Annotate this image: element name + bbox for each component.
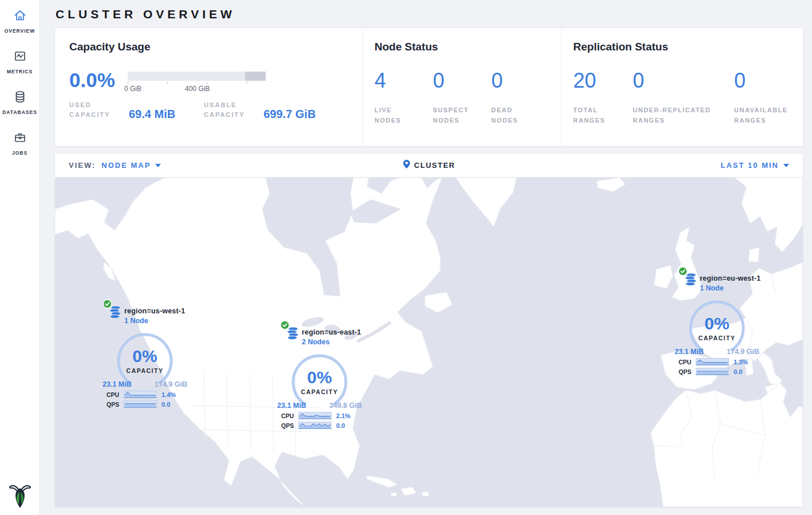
chevron-down-icon	[155, 164, 161, 167]
under-replicated-ranges-stat: 0 UNDER-REPLICATED RANGES	[633, 70, 734, 125]
capacity-total: 349.8 GiB	[329, 402, 362, 410]
sidebar-item-overview[interactable]: OVERVIEW	[0, 0, 40, 41]
unavailable-ranges-stat: 0 UNAVAILABLE RANGES	[734, 70, 791, 125]
breadcrumb[interactable]: CLUSTER	[403, 159, 455, 171]
sidebar-label-databases: DATABASES	[2, 109, 37, 115]
view-bar: VIEW: NODE MAP CLUSTER	[55, 154, 803, 178]
node-count: 1 Node	[700, 284, 760, 292]
region-label: region=eu-west-1	[700, 274, 760, 282]
database-icon	[13, 90, 27, 106]
live-nodes-value: 4	[375, 70, 433, 91]
capacity-tick-label-0: 0 GiB	[124, 85, 141, 93]
unavailable-ranges-label: UNAVAILABLE RANGES	[734, 105, 791, 125]
total-ranges-stat: 20 TOTAL RANGES	[573, 70, 633, 125]
page-title: CLUSTER OVERVIEW	[56, 7, 803, 21]
total-ranges-label: TOTAL RANGES	[573, 105, 613, 125]
dead-nodes-label: DEAD NODES	[491, 105, 536, 125]
node-status-title: Node Status	[375, 41, 550, 53]
metrics-icon	[13, 49, 27, 65]
capacity-bar: 0 GiB 400 GiB	[128, 72, 266, 92]
dead-nodes-value: 0	[491, 70, 550, 91]
capacity-usage-section: Capacity Usage 0.0%	[55, 28, 362, 146]
qps-label: QPS	[107, 401, 124, 408]
used-capacity-value: 69.4 MiB	[129, 108, 175, 120]
node-status-section: Node Status 4 LIVE NODES 0 SUSPECT NODES…	[362, 28, 561, 146]
chevron-down-icon	[783, 164, 789, 167]
capacity-label: CAPACITY	[288, 388, 351, 395]
replication-status-section: Replication Status 20 TOTAL RANGES 0 UND…	[561, 28, 803, 146]
node-live-check-icon	[280, 320, 290, 332]
capacity-tick-label-400: 400 GiB	[185, 85, 210, 93]
sidebar-label-metrics: METRICS	[7, 69, 33, 74]
briefcase-icon	[13, 131, 27, 147]
region-label: region=us-west-1	[124, 307, 185, 315]
cockroachdb-bug-logo	[0, 483, 40, 509]
region-label: region=us-east-1	[302, 328, 361, 336]
location-pin-icon	[403, 159, 411, 171]
qps-value: 0.0	[734, 368, 742, 375]
home-icon	[13, 9, 27, 25]
under-replicated-ranges-value: 0	[633, 70, 734, 91]
locality-card-eu-west-1[interactable]: region=eu-west-1 1 Node 0% CAPACITY 23.1…	[674, 268, 760, 375]
capacity-percent: 0%	[288, 368, 351, 387]
main-content: CLUSTER OVERVIEW Capacity Usage 0.0%	[40, 0, 812, 515]
dead-nodes-stat: 0 DEAD NODES	[491, 70, 550, 125]
breadcrumb-cluster: CLUSTER	[414, 161, 455, 170]
capacity-used-percent: 0.0%	[69, 70, 128, 90]
view-selector-dropdown[interactable]: NODE MAP	[101, 161, 161, 170]
capacity-label: CAPACITY	[113, 367, 176, 374]
node-map-canvas[interactable]: region=us-west-1 1 Node 0% CAPACITY 23.1…	[55, 178, 803, 507]
sidebar-item-jobs[interactable]: JOBS	[0, 122, 40, 163]
time-range-dropdown[interactable]: LAST 10 MIN	[721, 161, 789, 170]
qps-sparkline	[696, 368, 729, 375]
suspect-nodes-stat: 0 SUSPECT NODES	[433, 70, 491, 125]
locality-card-us-east-1[interactable]: region=us-east-1 2 Nodes 0% CAPACITY 23.…	[277, 322, 362, 429]
capacity-total: 174.9 GiB	[155, 380, 187, 388]
used-capacity-label: USED CAPACITY	[69, 100, 122, 120]
sidebar-label-jobs: JOBS	[12, 150, 27, 156]
time-range-value: LAST 10 MIN	[721, 161, 779, 170]
capacity-percent: 0%	[685, 314, 748, 333]
capacity-bar-segment	[245, 72, 266, 81]
usable-capacity-label: USABLE CAPACITY	[204, 100, 257, 120]
capacity-total: 174.9 GiB	[727, 348, 759, 356]
app-root: OVERVIEW METRICS DATABASES	[0, 0, 812, 515]
usable-capacity-value: 699.7 GiB	[263, 108, 316, 120]
node-live-check-icon	[678, 266, 688, 278]
capacity-bar-track	[128, 72, 266, 81]
capacity-used: 23.1 MiB	[277, 402, 306, 410]
sidebar-item-metrics[interactable]: METRICS	[0, 41, 40, 81]
total-ranges-value: 20	[573, 70, 633, 91]
qps-value: 0.0	[161, 401, 170, 408]
qps-label: QPS	[281, 422, 298, 429]
locality-card-us-west-1[interactable]: region=us-west-1 1 Node 0% CAPACITY 23.1…	[102, 301, 188, 408]
live-nodes-label: LIVE NODES	[375, 105, 419, 125]
cluster-summary-panel: Capacity Usage 0.0%	[54, 27, 803, 147]
qps-sparkline	[298, 422, 332, 429]
node-live-check-icon	[103, 299, 112, 311]
view-label: VIEW:	[69, 161, 96, 170]
sidebar-item-databases[interactable]: DATABASES	[0, 81, 40, 122]
under-replicated-ranges-label: UNDER-REPLICATED RANGES	[633, 105, 724, 125]
capacity-used: 23.1 MiB	[103, 380, 132, 388]
capacity-percent: 0%	[113, 347, 176, 366]
node-count: 1 Node	[124, 317, 185, 325]
capacity-usage-title: Capacity Usage	[69, 41, 351, 53]
live-nodes-stat: 4 LIVE NODES	[375, 70, 433, 125]
node-count: 2 Nodes	[302, 338, 361, 346]
sidebar-label-overview: OVERVIEW	[5, 28, 36, 34]
qps-value: 0.0	[336, 422, 345, 429]
node-map-panel: VIEW: NODE MAP CLUSTER	[54, 153, 803, 508]
view-selector-value: NODE MAP	[101, 161, 151, 170]
qps-label: QPS	[679, 368, 696, 375]
replication-status-title: Replication Status	[573, 41, 791, 53]
qps-sparkline	[124, 400, 157, 408]
suspect-nodes-value: 0	[433, 70, 491, 91]
sidebar: OVERVIEW METRICS DATABASES	[0, 0, 40, 515]
unavailable-ranges-value: 0	[734, 70, 791, 91]
suspect-nodes-label: SUSPECT NODES	[433, 105, 478, 125]
capacity-used: 23.1 MiB	[675, 348, 704, 356]
capacity-label: CAPACITY	[685, 335, 748, 341]
